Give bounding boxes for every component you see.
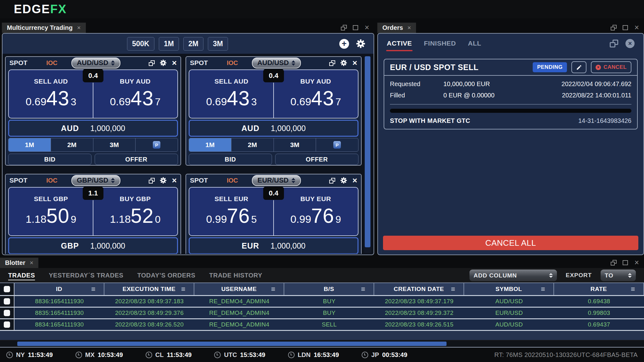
column-menu-icon[interactable]: ≡	[541, 285, 545, 293]
buy-button[interactable]: BUY GBP 1.18520	[93, 188, 177, 235]
tab-close-icon[interactable]: ×	[30, 259, 33, 266]
add-tile-icon[interactable]: +	[339, 39, 349, 49]
currency-pair-select[interactable]: AUD/USD	[252, 58, 301, 69]
tab-trade-history[interactable]: TRADE HISTORY	[209, 272, 262, 279]
maximize-icon[interactable]	[353, 25, 358, 30]
amount-preset-2m[interactable]: 2M	[231, 138, 274, 151]
preset-3m-button[interactable]: 3M	[208, 37, 228, 51]
gear-icon[interactable]	[160, 59, 167, 66]
amount-preset-3m[interactable]: 3M	[93, 138, 136, 151]
row-checkbox[interactable]	[4, 310, 10, 316]
sell-button[interactable]: SELL AUD 0.69433	[189, 70, 274, 118]
popout-icon[interactable]	[149, 60, 154, 66]
amount-preset-1m[interactable]: 1M	[189, 138, 231, 151]
amount-field[interactable]: EUR 1,000,000	[189, 237, 358, 254]
column-header-id[interactable]: ID≡	[14, 283, 104, 295]
amount-preset-p[interactable]: P	[136, 138, 178, 151]
preset-500k-button[interactable]: 500K	[127, 37, 154, 51]
close-icon[interactable]: ×	[172, 59, 177, 67]
gear-icon[interactable]	[340, 177, 347, 184]
row-checkbox[interactable]	[4, 298, 10, 304]
column-menu-icon[interactable]: ≡	[451, 285, 455, 293]
amount-preset-2m[interactable]: 2M	[51, 138, 93, 151]
cancel-order-button[interactable]: × CANCEL	[591, 61, 631, 73]
sell-button[interactable]: SELL AUD 0.69433	[9, 70, 93, 118]
buy-button[interactable]: BUY AUD 0.69437	[93, 70, 177, 118]
cancel-all-button[interactable]: CANCEL ALL	[383, 236, 638, 250]
tab-blotter[interactable]: Blotter ×	[0, 258, 38, 268]
close-icon[interactable]: ×	[353, 59, 357, 67]
gear-icon[interactable]	[356, 39, 365, 48]
amount-field[interactable]: AUD 1,000,000	[189, 120, 358, 137]
amount-preset-p[interactable]: P	[316, 138, 358, 151]
tab-trades[interactable]: TRADES	[8, 272, 35, 279]
table-row[interactable]: 8836:1654111930 2022/08/23 08:49:37.183 …	[0, 296, 644, 308]
sell-button[interactable]: SELL GBP 1.18509	[9, 188, 93, 235]
maximize-icon[interactable]	[623, 260, 628, 265]
buy-button[interactable]: BUY EUR 0.99769	[274, 188, 358, 235]
amount-field[interactable]: AUD 1,000,000	[8, 120, 178, 137]
tab-active[interactable]: ACTIVE	[387, 40, 412, 47]
column-menu-icon[interactable]: ≡	[361, 285, 365, 293]
amount-preset-3m[interactable]: 3M	[274, 138, 316, 151]
tiles-vertical-scrollbar[interactable]	[364, 56, 371, 253]
offer-button[interactable]: OFFER	[95, 154, 178, 165]
close-icon[interactable]: ×	[634, 260, 639, 265]
amount-field[interactable]: GBP 1,000,000	[8, 237, 178, 254]
select-all-checkbox[interactable]	[4, 286, 10, 292]
close-icon[interactable]: ×	[172, 176, 177, 184]
tab-all[interactable]: ALL	[468, 40, 481, 47]
sell-button[interactable]: SELL EUR 0.99765	[189, 188, 274, 235]
column-header-symbol[interactable]: SYMBOL≡	[464, 283, 554, 295]
preset-2m-button[interactable]: 2M	[183, 37, 203, 51]
export-button[interactable]: EXPORT	[566, 272, 592, 279]
popout-icon[interactable]	[149, 178, 154, 183]
close-icon[interactable]: ×	[353, 176, 357, 184]
currency-pair-select[interactable]: GBP/USD	[71, 175, 120, 186]
restore-icon[interactable]	[611, 260, 616, 265]
tab-finished[interactable]: FINISHED	[424, 40, 456, 47]
table-row[interactable]: 8835:1654111930 2022/08/23 08:49:29.376 …	[0, 308, 644, 319]
restore-icon[interactable]	[611, 25, 616, 30]
buy-button[interactable]: BUY AUD 0.69437	[274, 70, 358, 118]
maximize-icon[interactable]	[623, 25, 628, 30]
column-menu-icon[interactable]: ≡	[91, 285, 96, 293]
currency-pair-select[interactable]: AUD/USD	[71, 58, 120, 69]
blotter-horizontal-scrollbar[interactable]	[0, 341, 644, 347]
bid-button[interactable]: BID	[8, 154, 92, 165]
row-checkbox[interactable]	[4, 321, 10, 328]
column-header-bs[interactable]: B/S≡	[284, 283, 374, 295]
popout-icon[interactable]	[610, 40, 618, 47]
preset-1m-button[interactable]: 1M	[159, 37, 179, 51]
currency-pair-select[interactable]: EUR/USD	[252, 175, 301, 186]
gear-icon[interactable]	[340, 59, 347, 66]
scrollbar-thumb[interactable]	[17, 342, 447, 346]
column-header-execution-time[interactable]: EXECUTION TIME≡	[104, 283, 194, 295]
amount-preset-1m[interactable]: 1M	[8, 138, 51, 151]
tab-orders[interactable]: Orders ×	[377, 23, 416, 33]
add-column-select[interactable]: ADD COLUMN	[469, 270, 557, 281]
popout-icon[interactable]	[329, 178, 335, 183]
tab-multicurrency-trading[interactable]: Multicurrency Trading ×	[2, 23, 86, 33]
restore-icon[interactable]	[341, 25, 347, 30]
close-icon[interactable]: ×	[364, 25, 369, 30]
column-header-username[interactable]: USERNAME≡	[194, 283, 284, 295]
export-to-select[interactable]: TO	[601, 270, 636, 281]
gear-icon[interactable]	[160, 177, 167, 184]
tab-close-icon[interactable]: ×	[77, 24, 81, 31]
tab-close-icon[interactable]: ×	[408, 24, 411, 31]
table-row[interactable]: 8834:1654111930 2022/08/23 08:49:26.520 …	[0, 319, 644, 331]
bid-button[interactable]: BID	[189, 154, 272, 165]
offer-button[interactable]: OFFER	[275, 154, 358, 165]
close-icon[interactable]: ×	[634, 25, 639, 30]
close-circle-icon[interactable]: ×	[625, 39, 635, 48]
tab-yesterdays-trades[interactable]: YESTERDAY´S TRADES	[49, 272, 123, 279]
scrollbar-thumb[interactable]	[365, 56, 370, 247]
column-menu-icon[interactable]: ≡	[271, 285, 275, 293]
column-menu-icon[interactable]: ≡	[181, 285, 186, 293]
tab-todays-orders[interactable]: TODAY’S ORDERS	[137, 272, 195, 279]
column-header-rate[interactable]: RATE≡	[554, 283, 644, 295]
column-header-creation-date[interactable]: CREATION DATE≡	[374, 283, 464, 295]
popout-icon[interactable]	[329, 60, 335, 66]
edit-order-button[interactable]	[571, 61, 586, 73]
